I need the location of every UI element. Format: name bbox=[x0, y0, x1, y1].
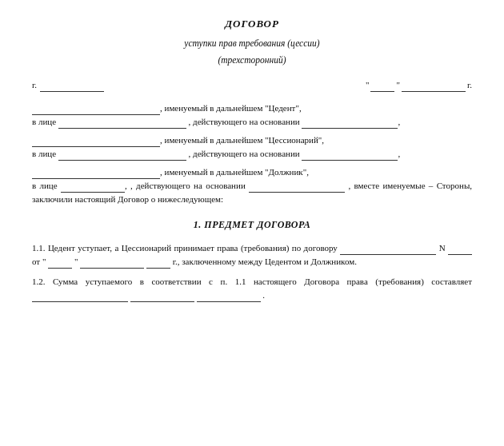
cedent-label: , именуемый в дальнейшем "Цедент", bbox=[160, 103, 302, 113]
p1-1-text2: г., заключенному между Цедентом и Должни… bbox=[173, 257, 357, 266]
date-line: г. " " г. bbox=[32, 78, 472, 92]
title-block: ДОГОВОР уступки прав требования (цессии)… bbox=[32, 16, 472, 67]
p1-2-sum-paren2-field[interactable] bbox=[197, 291, 261, 302]
cedent-block: , именуемый в дальнейшем "Цедент", в лиц… bbox=[32, 102, 472, 129]
cedent-basis-label: , действующего на основании bbox=[189, 117, 300, 126]
debtor-label: , именуемый в дальнейшем "Должник", bbox=[160, 167, 309, 177]
city-field[interactable] bbox=[40, 81, 104, 92]
p1-1-num: 1.1. bbox=[32, 243, 46, 253]
debtor-basis-label: , действующего на основании bbox=[130, 181, 246, 190]
cedent-face-field[interactable] bbox=[58, 117, 186, 129]
month-field[interactable] bbox=[402, 81, 466, 92]
cessionary-name-field[interactable] bbox=[32, 136, 160, 147]
p1-1-contract-field[interactable] bbox=[340, 244, 436, 255]
г-label-left: г. bbox=[32, 78, 37, 92]
debtor-name-field[interactable] bbox=[32, 168, 160, 179]
cedent-face-label: в лице bbox=[32, 117, 56, 126]
cessionary-basis-field[interactable] bbox=[302, 149, 398, 161]
debtor-face-field[interactable] bbox=[61, 181, 125, 193]
document-subtitle1: уступки прав требования (цессии) bbox=[32, 37, 472, 50]
document-title: ДОГОВОР bbox=[32, 16, 472, 32]
document-page: ДОГОВОР уступки прав требования (цессии)… bbox=[0, 0, 504, 446]
p1-1-ot: от bbox=[32, 257, 40, 266]
p1-1-text1: Цедент уступает, а Цессионарий принимает… bbox=[48, 243, 338, 253]
p1-2-sum-paren1-field[interactable] bbox=[130, 291, 194, 302]
p1-1-quote-open: " bbox=[42, 257, 46, 266]
quote-close: " bbox=[396, 78, 400, 92]
cedent-name-field[interactable] bbox=[32, 104, 160, 115]
p1-2-num: 1.2. bbox=[32, 277, 46, 286]
quote-open: " bbox=[366, 78, 370, 92]
day-field[interactable] bbox=[370, 81, 394, 92]
cessionary-block: , именуемый в дальнейшем "Цессионарий", … bbox=[32, 133, 472, 161]
p1-2-text1: Сумма уступаемого в соответствии с п. 1.… bbox=[53, 277, 472, 286]
p1-1-year-field[interactable] bbox=[146, 257, 170, 269]
г-label-right: г. bbox=[467, 78, 472, 92]
section1-title: 1. ПРЕДМЕТ ДОГОВОРА bbox=[32, 217, 472, 232]
intro-block: , именуемый в дальнейшем "Цедент", в лиц… bbox=[32, 102, 472, 206]
paragraph-1-2: 1.2. Сумма уступаемого в соответствии с … bbox=[32, 275, 472, 302]
cessionary-label: , именуемый в дальнейшем "Цессионарий", bbox=[160, 135, 324, 145]
debtor-block: , именуемый в дальнейшем "Должник", в ли… bbox=[32, 165, 472, 206]
date-right: " " г. bbox=[366, 78, 472, 92]
cedent-basis-field[interactable] bbox=[302, 117, 398, 129]
cessionary-basis-label: , действующего на основании bbox=[189, 149, 300, 158]
p1-1-quote-close: " bbox=[74, 257, 78, 266]
debtor-face-label: в лице bbox=[32, 181, 58, 190]
p1-1-number-field[interactable] bbox=[448, 244, 472, 255]
p1-2-text2: . bbox=[262, 290, 265, 300]
cessionary-face-label: в лице bbox=[32, 149, 56, 158]
p1-1-n: N bbox=[439, 243, 446, 253]
date-left: г. bbox=[32, 78, 104, 92]
p1-1-day-field[interactable] bbox=[48, 257, 72, 269]
debtor-basis-field[interactable] bbox=[249, 181, 345, 193]
paragraph-1-1: 1.1. Цедент уступает, а Цессионарий прин… bbox=[32, 241, 472, 269]
p1-1-month-field[interactable] bbox=[80, 257, 144, 269]
p1-2-sum-field[interactable] bbox=[32, 291, 128, 302]
document-subtitle2: (трехсторонний) bbox=[32, 54, 472, 67]
cessionary-face-field[interactable] bbox=[58, 149, 186, 161]
